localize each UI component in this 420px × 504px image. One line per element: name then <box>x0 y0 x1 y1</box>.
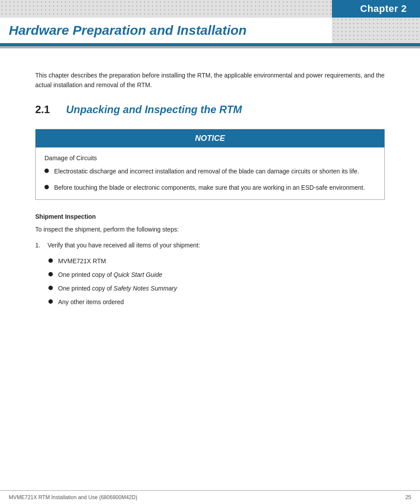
shipment-item-4: Any other items ordered <box>48 298 385 307</box>
section-title: Unpacking and Inspecting the RTM <box>66 103 242 116</box>
notice-item-2: Before touching the blade or electronic … <box>44 183 376 192</box>
bullet-dot-2 <box>44 185 49 189</box>
step-1-number: 1. <box>35 240 44 250</box>
shipment-item-1-text: MVME721X RTM <box>58 257 106 266</box>
shipment-item-2-text: One printed copy of Quick Start Guide <box>58 270 162 280</box>
bullet-dot-s4 <box>48 299 53 304</box>
title-dot-pattern <box>332 18 420 43</box>
page-footer: MVME721X RTM Installation and Use (68068… <box>0 490 420 504</box>
main-content: This chapter describes the preparation b… <box>0 48 420 338</box>
header-dot-pattern <box>0 0 332 18</box>
notice-body: Damage of Circuits Electrostatic dischar… <box>36 147 384 199</box>
notice-damage-title: Damage of Circuits <box>44 155 376 162</box>
notice-item-1: Electrostatic discharge and incorrect in… <box>44 167 376 176</box>
bullet-dot-s2 <box>48 272 53 276</box>
section-2-1-heading: 2.1 Unpacking and Inspecting the RTM <box>35 103 385 116</box>
shipment-item-2: One printed copy of Quick Start Guide <box>48 270 385 280</box>
shipment-intro: To inspect the shipment, perform the fol… <box>35 224 385 234</box>
chapter-title: Hardware Preparation and Installation <box>9 23 247 38</box>
shipment-item-3: One printed copy of Safety Notes Summary <box>48 284 385 293</box>
notice-item-2-text: Before touching the blade or electronic … <box>54 183 365 192</box>
gray-accent-bar <box>0 46 420 48</box>
bullet-dot-s1 <box>48 258 53 263</box>
chapter-label: Chapter 2 <box>332 0 420 18</box>
shipment-heading: Shipment Inspection <box>35 213 385 220</box>
notice-header: NOTICE <box>36 129 384 147</box>
section-number: 2.1 <box>35 103 57 116</box>
notice-box: NOTICE Damage of Circuits Electrostatic … <box>35 129 385 200</box>
footer-left: MVME721X RTM Installation and Use (68068… <box>9 494 137 500</box>
page-header: Chapter 2 Hardware Preparation and Insta… <box>0 0 420 48</box>
bullet-dot-1 <box>44 169 49 173</box>
bullet-dot-s3 <box>48 286 53 290</box>
blue-accent-bar <box>0 43 420 46</box>
step-1-text: Verify that you have received all items … <box>48 240 200 250</box>
notice-item-1-text: Electrostatic discharge and incorrect in… <box>54 167 359 176</box>
notice-list: Electrostatic discharge and incorrect in… <box>44 167 376 192</box>
shipment-items-list: MVME721X RTM One printed copy of Quick S… <box>48 257 385 307</box>
shipment-item-3-text: One printed copy of Safety Notes Summary <box>58 284 177 293</box>
chapter-title-area: Hardware Preparation and Installation <box>0 18 332 43</box>
intro-paragraph: This chapter describes the preparation b… <box>35 70 385 90</box>
shipment-item-1: MVME721X RTM <box>48 257 385 266</box>
footer-page-number: 25 <box>405 494 411 500</box>
step-1: 1. Verify that you have received all ite… <box>35 240 385 250</box>
shipment-item-4-text: Any other items ordered <box>58 298 124 307</box>
